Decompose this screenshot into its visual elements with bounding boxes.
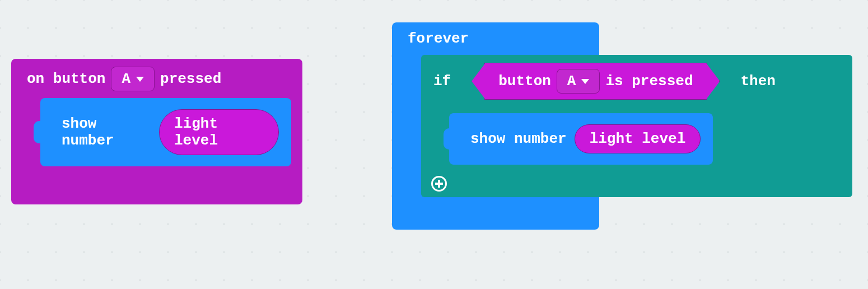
if-header: if button A is pressed then: [421, 55, 852, 108]
stack-on-button-pressed[interactable]: on button A pressed show number light le…: [11, 59, 302, 204]
button-dropdown[interactable]: A: [111, 67, 155, 91]
button-dropdown[interactable]: A: [557, 69, 600, 94]
cond-suffix: is pressed: [605, 73, 693, 90]
reporter-light-level[interactable]: light level: [575, 124, 701, 153]
dropdown-value: A: [122, 71, 130, 87]
hat-header: on button A pressed: [27, 67, 291, 91]
if-body-slot[interactable]: show number light level: [421, 108, 852, 170]
chevron-down-icon: [581, 79, 589, 84]
reporter-light-level[interactable]: light level: [159, 109, 279, 155]
show-number-label: show number: [470, 130, 567, 147]
hat-forever[interactable]: forever if button A is pressed then: [392, 22, 599, 230]
cond-prefix: button: [498, 73, 551, 90]
plus-icon[interactable]: [431, 176, 447, 192]
hat-on-button-pressed[interactable]: on button A pressed show number light le…: [11, 59, 302, 204]
hat-suffix: pressed: [160, 71, 221, 87]
forever-footer: [403, 197, 588, 220]
hat-prefix: on button: [27, 71, 105, 87]
blocks-workspace[interactable]: on button A pressed show number light le…: [0, 0, 868, 289]
reporter-button-is-pressed[interactable]: button A is pressed: [484, 63, 707, 100]
dropdown-value: A: [567, 73, 576, 90]
if-footer: [421, 170, 852, 197]
stack-forever[interactable]: forever if button A is pressed then: [392, 22, 599, 230]
reporter-text: light level: [590, 130, 686, 147]
show-number-label: show number: [62, 115, 151, 149]
block-show-number[interactable]: show number light level: [40, 98, 291, 166]
chevron-down-icon: [136, 77, 144, 82]
block-if[interactable]: if button A is pressed then: [421, 55, 852, 197]
then-keyword: then: [740, 73, 775, 90]
reporter-text: light level: [174, 115, 218, 149]
if-keyword: if: [433, 73, 451, 90]
forever-label: forever: [408, 30, 588, 47]
hat-footer: [22, 172, 291, 194]
block-show-number[interactable]: show number light level: [449, 113, 713, 165]
hat-body-slot[interactable]: show number light level: [22, 98, 291, 172]
